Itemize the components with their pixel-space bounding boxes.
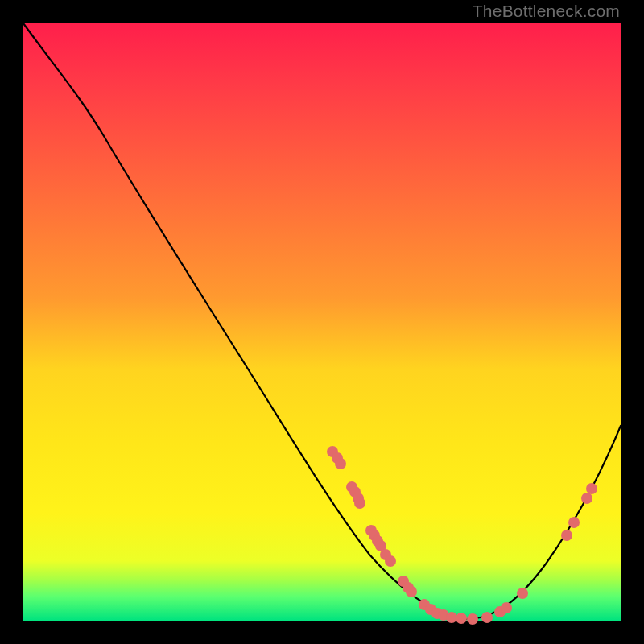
bottleneck-curve bbox=[23, 23, 621, 619]
chart-overlay-svg bbox=[23, 23, 621, 621]
curve-marker bbox=[501, 602, 512, 613]
curve-marker bbox=[354, 497, 365, 509]
curve-marker bbox=[581, 493, 592, 504]
curve-marker bbox=[568, 517, 580, 528]
curve-marker bbox=[517, 588, 528, 599]
curve-marker bbox=[481, 612, 493, 623]
curve-markers-group bbox=[327, 446, 597, 625]
chart-stage: TheBottleneck.com bbox=[0, 0, 644, 644]
curve-marker bbox=[467, 613, 478, 625]
curve-marker bbox=[561, 530, 572, 541]
watermark-text: TheBottleneck.com bbox=[473, 2, 620, 21]
curve-marker bbox=[385, 555, 396, 567]
curve-marker bbox=[335, 458, 346, 469]
curve-marker bbox=[446, 612, 457, 623]
curve-marker bbox=[586, 483, 597, 494]
curve-marker bbox=[406, 586, 417, 597]
curve-marker bbox=[456, 613, 467, 624]
